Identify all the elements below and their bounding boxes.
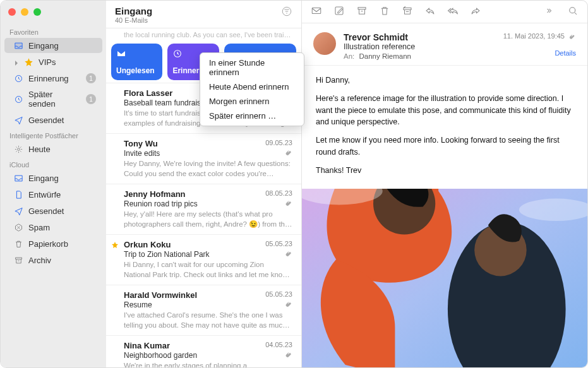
- inbox-icon: [13, 173, 23, 183]
- truncated-preview-line: the local running club. As you can see, …: [106, 28, 301, 39]
- to-label: An:: [344, 52, 354, 60]
- message-subject: Trip to Zion National Park: [124, 250, 292, 259]
- sidebar-item-heute[interactable]: Heute: [4, 141, 102, 157]
- reading-pane: Trevor Schmidt Illustration reference An…: [302, 1, 587, 367]
- star-flag-icon: [111, 241, 119, 251]
- dropdown-item[interactable]: In einer Stunde erinnern: [200, 56, 304, 80]
- to-value: Danny Riemann: [359, 52, 411, 60]
- sidebar-item-label: Archiv: [28, 256, 96, 265]
- sent-icon: [13, 206, 23, 216]
- clock-icon: [13, 94, 23, 104]
- badge-count: 1: [86, 94, 96, 104]
- filter-button[interactable]: [281, 6, 292, 19]
- message-subject: Invite edits: [124, 149, 292, 158]
- sidebar-item-label: Papierkorb: [28, 239, 96, 249]
- attachment-icon: [285, 300, 292, 310]
- reply-all-button[interactable]: [447, 5, 459, 18]
- pin-card-title: Ungelesen: [116, 66, 157, 75]
- pin-card-unread[interactable]: Ungelesen: [111, 44, 162, 80]
- dropdown-item[interactable]: Morgen erinnern: [200, 94, 304, 109]
- sender-avatar[interactable]: [313, 32, 336, 55]
- message-header: Trevor Schmidt Illustration reference An…: [302, 23, 587, 66]
- forward-button[interactable]: [470, 5, 481, 18]
- sidebar-item-erinnerung[interactable]: Erinnerung 1: [4, 71, 102, 86]
- dropdown-item[interactable]: Später erinnern …: [200, 109, 304, 123]
- archive-icon: [13, 255, 23, 265]
- sidebar-section-smart: Intelligente Postfächer: [1, 128, 106, 141]
- attachment-icon: [285, 351, 292, 360]
- attachment-image[interactable]: [302, 189, 587, 367]
- message-subject: Neighborhood garden: [124, 351, 292, 360]
- sidebar-item-label: Erinnerung: [28, 74, 81, 83]
- sidebar-section-favoriten: Favoriten: [1, 25, 106, 37]
- svg-rect-7: [358, 8, 366, 9]
- message-date: 08.05.23: [265, 189, 292, 197]
- attachment-icon: [285, 250, 292, 259]
- message-list-pane: Eingang 40 E-Mails the local running clu…: [106, 1, 302, 367]
- message-sender: Trevor Schmidt: [344, 32, 496, 42]
- sidebar-item-spaeter-senden[interactable]: Später senden 1: [4, 87, 102, 111]
- sidebar-section-icloud: iCloud: [1, 157, 106, 170]
- message-date: 09.05.23: [265, 139, 292, 146]
- compose-button[interactable]: [333, 5, 345, 18]
- message-date: 05.05.23: [265, 240, 292, 247]
- sidebar-item-label: Eingang: [28, 174, 96, 183]
- message-preview: Hey Danny, We're loving the invite! A fe…: [124, 159, 292, 179]
- sidebar-item-label: Heute: [28, 145, 96, 154]
- svg-rect-5: [312, 8, 321, 14]
- window-controls: [1, 6, 106, 25]
- sidebar-item-eingang[interactable]: Eingang: [4, 38, 102, 53]
- message-list-header: Eingang 40 E-Mails: [106, 1, 301, 28]
- star-icon: [23, 57, 33, 67]
- dropdown-item[interactable]: Heute Abend erinnern: [200, 80, 304, 94]
- message-row[interactable]: Orkun Koku05.05.23Trip to Zion National …: [106, 234, 301, 285]
- sidebar-item-icloud-gesendet[interactable]: Gesendet: [4, 203, 102, 218]
- message-preview: Hey, y'all! Here are my selects (that's …: [124, 210, 292, 229]
- more-button[interactable]: [544, 5, 556, 18]
- body-paragraph: Thanks! Trev: [316, 165, 573, 177]
- clock-icon: [172, 49, 183, 59]
- sidebar-item-label: Entwürfe: [28, 190, 96, 199]
- archive-button[interactable]: [356, 5, 368, 18]
- message-date: 05.05.23: [265, 290, 292, 298]
- sidebar-item-gesendet[interactable]: Gesendet: [4, 112, 102, 128]
- envelope-icon: [116, 49, 126, 59]
- attachment-icon: [567, 32, 576, 40]
- body-paragraph: Let me know if you need more info. Looki…: [316, 134, 573, 158]
- minimize-window-button[interactable]: [21, 8, 28, 16]
- zoom-window-button[interactable]: [33, 8, 41, 16]
- sidebar-item-icloud-entwuerfe[interactable]: Entwürfe: [4, 187, 102, 202]
- reply-button[interactable]: [424, 5, 436, 18]
- trash-button[interactable]: [379, 5, 390, 18]
- attachment-icon: [285, 199, 292, 209]
- message-row[interactable]: Harald Vormwinkel05.05.23ResumeI've atta…: [106, 285, 301, 335]
- close-window-button[interactable]: [8, 8, 16, 16]
- sidebar-item-icloud-archiv[interactable]: Archiv: [4, 252, 102, 268]
- message-row[interactable]: Jenny Hofmann08.05.23Reunion road trip p…: [106, 184, 301, 234]
- sidebar-item-vips[interactable]: VIPs: [4, 54, 102, 69]
- details-link[interactable]: Details: [503, 49, 576, 57]
- message-row[interactable]: Tony Wu09.05.23Invite editsHey Danny, We…: [106, 133, 301, 184]
- body-paragraph: Hi Danny,: [316, 74, 573, 86]
- new-mail-button[interactable]: [311, 5, 322, 18]
- sidebar-item-label: Spam: [28, 223, 96, 232]
- inbox-icon: [13, 40, 23, 50]
- message-preview: We're in the early stages of planning a …: [124, 361, 292, 367]
- trash-icon: [13, 239, 23, 249]
- chevron-right-icon: [13, 59, 20, 65]
- message-subject: Illustration reference: [344, 42, 496, 51]
- body-paragraph: Here's a reference image for the illustr…: [316, 93, 573, 128]
- mailbox-title: Eingang: [115, 6, 152, 16]
- message-row[interactable]: Nina Kumar04.05.23Neighborhood gardenWe'…: [106, 335, 301, 367]
- sidebar-item-icloud-spam[interactable]: Spam: [4, 220, 102, 235]
- junk-button[interactable]: [402, 5, 413, 18]
- sidebar-item-label: VIPs: [39, 57, 96, 67]
- svg-point-2: [17, 148, 20, 150]
- document-icon: [13, 189, 23, 199]
- sidebar-item-label: Später senden: [28, 90, 81, 109]
- search-button[interactable]: [567, 5, 579, 18]
- remind-dropdown: In einer Stunde erinnern Heute Abend eri…: [200, 52, 304, 126]
- sidebar-item-icloud-papierkorb[interactable]: Papierkorb: [4, 236, 102, 251]
- sidebar-item-icloud-eingang[interactable]: Eingang: [4, 170, 102, 186]
- message-subject: Resume: [124, 300, 292, 309]
